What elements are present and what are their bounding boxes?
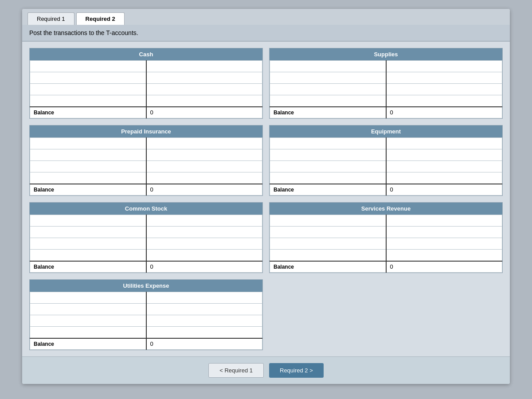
supplies-dr-2[interactable]: [270, 72, 386, 84]
eq-cr-4[interactable]: [386, 172, 502, 184]
supplies-cr-1[interactable]: [386, 61, 502, 72]
cash-cr-4[interactable]: [146, 95, 262, 107]
t-account-supplies-title: Supplies: [270, 48, 502, 60]
pi-cr-4[interactable]: [146, 172, 262, 184]
pi-balance-value[interactable]: 0: [146, 184, 262, 196]
eq-balance-label: Balance: [270, 184, 386, 196]
pi-cr-3[interactable]: [146, 161, 262, 172]
supplies-cr-4[interactable]: [386, 95, 502, 107]
ue-dr-1[interactable]: [30, 292, 146, 304]
cs-dr-3[interactable]: [30, 238, 146, 250]
eq-cr-3[interactable]: [386, 161, 502, 172]
eq-dr-1[interactable]: [270, 138, 386, 149]
t-account-common-stock: Common Stock Balance 0: [29, 202, 263, 273]
ue-cr-4[interactable]: [146, 327, 262, 338]
cash-balance-value[interactable]: 0: [146, 107, 262, 118]
main-container: Required 1 Required 2 Post the transacti…: [22, 9, 510, 384]
cash-cr-3[interactable]: [146, 84, 262, 95]
pi-dr-1[interactable]: [30, 138, 146, 149]
t-account-services-revenue: Services Revenue Balance 0: [269, 202, 503, 273]
t-account-equipment-title: Equipment: [270, 125, 502, 137]
ue-dr-4[interactable]: [30, 327, 146, 338]
instruction-bar: Post the transactions to the T-accounts.: [22, 25, 510, 42]
t-accounts-grid: Cash Balance 0 Supplies: [22, 42, 510, 356]
t-account-equipment: Equipment Balance 0: [269, 125, 503, 196]
t-account-common-stock-title: Common Stock: [30, 203, 262, 215]
t-account-cash: Cash Balance 0: [29, 48, 263, 119]
supplies-dr-3[interactable]: [270, 84, 386, 95]
cs-dr-4[interactable]: [30, 250, 146, 261]
sr-balance-value[interactable]: 0: [386, 261, 502, 273]
cash-dr-3[interactable]: [30, 84, 146, 95]
ue-dr-2[interactable]: [30, 304, 146, 315]
cs-cr-3[interactable]: [146, 238, 262, 250]
eq-cr-1[interactable]: [386, 138, 502, 149]
t-account-utilities-expense: Utilities Expense Balance 0: [29, 279, 263, 350]
tab-required2[interactable]: Required 2: [76, 12, 125, 25]
sr-cr-3[interactable]: [386, 238, 502, 250]
prev-button[interactable]: < Required 1: [208, 363, 264, 378]
tabs-bar: Required 1 Required 2: [22, 9, 510, 25]
pi-dr-2[interactable]: [30, 149, 146, 161]
cash-cr-2[interactable]: [146, 72, 262, 84]
ue-cr-3[interactable]: [146, 315, 262, 327]
supplies-cr-2[interactable]: [386, 72, 502, 84]
cash-dr-1[interactable]: [30, 61, 146, 72]
t-account-prepaid-insurance-title: Prepaid Insurance: [30, 125, 262, 137]
cs-cr-4[interactable]: [146, 250, 262, 261]
cash-balance-label: Balance: [30, 107, 146, 118]
supplies-balance-label: Balance: [270, 107, 386, 118]
supplies-dr-1[interactable]: [270, 61, 386, 72]
cash-dr-4[interactable]: [30, 95, 146, 107]
grid-spacer: [269, 279, 503, 350]
sr-dr-3[interactable]: [270, 238, 386, 250]
t-account-utilities-expense-title: Utilities Expense: [30, 280, 262, 292]
cs-balance-value[interactable]: 0: [146, 261, 262, 273]
cs-cr-1[interactable]: [146, 215, 262, 227]
t-account-services-revenue-title: Services Revenue: [270, 203, 502, 215]
eq-dr-4[interactable]: [270, 172, 386, 184]
ue-dr-3[interactable]: [30, 315, 146, 327]
cs-dr-2[interactable]: [30, 227, 146, 238]
bottom-nav: < Required 1 Required 2 >: [22, 356, 510, 384]
cs-cr-2[interactable]: [146, 227, 262, 238]
eq-dr-3[interactable]: [270, 161, 386, 172]
supplies-balance-value[interactable]: 0: [386, 107, 502, 118]
pi-dr-3[interactable]: [30, 161, 146, 172]
supplies-cr-3[interactable]: [386, 84, 502, 95]
sr-cr-4[interactable]: [386, 250, 502, 261]
supplies-dr-4[interactable]: [270, 95, 386, 107]
cs-balance-label: Balance: [30, 261, 146, 273]
cash-dr-2[interactable]: [30, 72, 146, 84]
sr-dr-4[interactable]: [270, 250, 386, 261]
t-account-cash-title: Cash: [30, 48, 262, 60]
eq-dr-2[interactable]: [270, 149, 386, 161]
ue-balance-label: Balance: [30, 338, 146, 350]
pi-balance-label: Balance: [30, 184, 146, 196]
ue-balance-value[interactable]: 0: [146, 338, 262, 350]
ue-cr-1[interactable]: [146, 292, 262, 304]
t-account-supplies: Supplies Balance 0: [269, 48, 503, 119]
sr-dr-2[interactable]: [270, 227, 386, 238]
sr-balance-label: Balance: [270, 261, 386, 273]
cs-dr-1[interactable]: [30, 215, 146, 227]
sr-cr-2[interactable]: [386, 227, 502, 238]
cash-cr-1[interactable]: [146, 61, 262, 72]
t-account-prepaid-insurance: Prepaid Insurance Balance 0: [29, 125, 263, 196]
tab-required1[interactable]: Required 1: [27, 12, 74, 25]
ue-cr-2[interactable]: [146, 304, 262, 315]
next-button[interactable]: Required 2 >: [269, 363, 324, 378]
sr-dr-1[interactable]: [270, 215, 386, 227]
sr-cr-1[interactable]: [386, 215, 502, 227]
eq-cr-2[interactable]: [386, 149, 502, 161]
pi-cr-2[interactable]: [146, 149, 262, 161]
pi-cr-1[interactable]: [146, 138, 262, 149]
pi-dr-4[interactable]: [30, 172, 146, 184]
eq-balance-value[interactable]: 0: [386, 184, 502, 196]
